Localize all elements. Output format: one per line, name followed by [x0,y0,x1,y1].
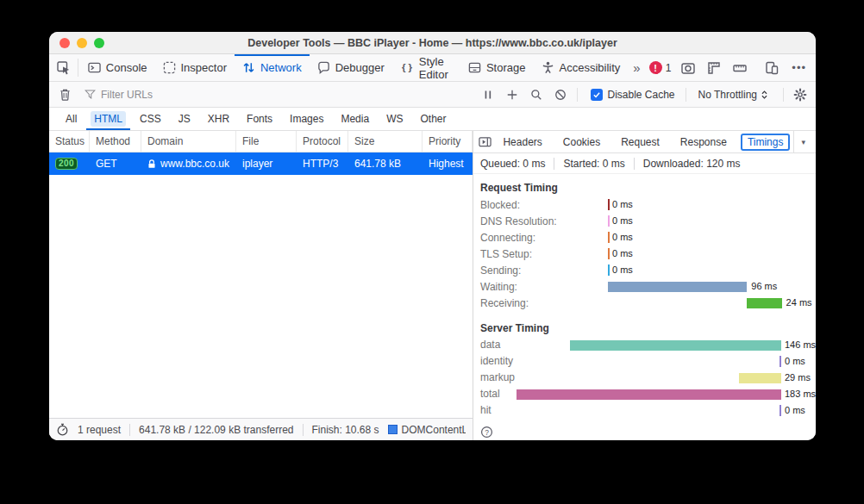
timing-label: Blocked: [480,199,608,211]
column-header-domain[interactable]: Domain [141,131,236,152]
server-timing-value: 29 ms [785,372,811,383]
checkbox-checked-icon [591,89,603,101]
overflow-chevron-icon[interactable]: » [628,60,643,75]
timing-chart: 0 ms [608,196,809,213]
timing-value: 0 ms [612,232,633,242]
filter-tab-fonts[interactable]: Fonts [239,108,280,130]
timing-value: 24 ms [786,297,812,308]
request-list-pane: StatusMethodDomainFileProtocolSizePriori… [49,131,473,440]
timing-row: DNS Resolution:0 ms [480,213,809,229]
meatball-menu-button[interactable]: ••• [786,61,812,74]
timing-label: Sending: [480,264,608,277]
rulers-icon [707,61,721,75]
request-row[interactable]: 200GETwww.bbc.co.ukiplayerHTTP/3641.78 k… [49,152,473,175]
toolbox-toolbar: ConsoleInspectorNetworkDebugger{ }Style … [49,54,816,82]
measuring-tool-icon [733,61,747,75]
pick-element-button[interactable] [53,54,76,81]
filter-tab-all[interactable]: All [58,108,85,130]
toolbox-tabs: ConsoleInspectorNetworkDebugger{ }Style … [80,54,629,81]
clear-requests-button[interactable] [54,84,75,105]
filter-tab-ws[interactable]: WS [379,108,410,130]
filter-tab-label: Media [341,113,369,125]
timing-bar [608,282,747,292]
request-table-header: StatusMethodDomainFileProtocolSizePriori… [49,131,473,152]
timing-bar [608,248,610,259]
minimize-button[interactable] [77,38,87,48]
pause-icon [483,90,493,100]
filter-tab-images[interactable]: Images [282,108,331,130]
timing-chart: 0 ms [608,246,809,262]
timings-panel: Request TimingBlocked:0 msDNS Resolution… [473,174,816,440]
transferred-size: 641.78 kB / 122.09 kB transferred [139,424,293,436]
timing-chart: 96 ms [608,278,809,295]
cell-file: iplayer [236,152,297,175]
filter-url-area [79,89,478,101]
all-tabs-caret-button[interactable]: ▾ [793,131,812,152]
toolbox-tab-network[interactable]: Network [235,54,310,81]
timing-label: DNS Resolution: [480,215,608,227]
toolbox-tab-console[interactable]: Console [80,54,155,81]
filter-tab-other[interactable]: Other [412,108,454,130]
close-split-button[interactable] [477,135,492,148]
timing-label: Connecting: [480,232,608,244]
toolbox-tab-style-editor[interactable]: { }Style Editor [392,54,460,81]
toolbox-tab-label: Style Editor [419,55,453,81]
filter-tab-js[interactable]: JS [171,108,198,130]
request-table-empty-area [49,175,473,418]
toolbox-tab-debugger[interactable]: Debugger [310,54,392,81]
details-tab-timings[interactable]: Timings [741,134,791,151]
network-statusbar: 1 request 641.78 kB / 122.09 kB transfer… [49,418,473,440]
server-timing-value: 0 ms [785,405,805,415]
help-button[interactable]: ? [480,426,809,440]
cell-status: 200 [49,152,90,175]
toolbox-tab-accessibility[interactable]: Accessibility [534,54,629,81]
column-header-priority[interactable]: Priority [423,131,473,152]
details-tab-response[interactable]: Response [673,134,734,151]
timing-value: 96 ms [751,281,777,291]
toolbox-tab-storage[interactable]: Storage [460,54,534,81]
close-button[interactable] [59,38,70,48]
rulers-button[interactable] [702,61,726,75]
details-tab-headers[interactable]: Headers [496,134,548,151]
screenshot-button[interactable] [676,61,700,75]
server-timing-row: data146 ms [480,337,809,353]
column-header-method[interactable]: Method [90,131,141,152]
responsive-design-button[interactable] [760,61,784,75]
column-header-size[interactable]: Size [348,131,423,152]
filter-tab-media[interactable]: Media [333,108,377,130]
filter-tab-label: XHR [208,113,229,125]
filter-tab-xhr[interactable]: XHR [200,108,237,130]
har-settings-button[interactable] [790,84,811,105]
new-request-button[interactable] [502,84,523,105]
disable-cache-label: Disable Cache [607,89,674,101]
column-header-status[interactable]: Status [49,131,90,152]
timing-row: Waiting:96 ms [480,278,809,295]
column-header-file[interactable]: File [236,131,297,152]
column-header-protocol[interactable]: Protocol [297,131,348,152]
server-timing-bar [779,356,781,367]
disable-cache-checkbox[interactable]: Disable Cache [584,89,681,101]
filter-tab-label: HTML [91,111,126,127]
toolbox-tab-label: Storage [486,61,526,74]
filter-tab-label: Other [420,113,446,125]
gear-icon [793,88,807,102]
filter-tab-html[interactable]: HTML [86,108,130,130]
pause-recording-button[interactable] [478,84,498,105]
window-title: Developer Tools — BBC iPlayer - Home — h… [49,37,816,49]
toolbox-tab-label: Accessibility [560,61,621,74]
filter-tab-css[interactable]: CSS [132,108,169,130]
throttling-select[interactable]: No Throttling [690,89,777,101]
details-tab-cookies[interactable]: Cookies [556,134,607,151]
filter-urls-input[interactable] [101,89,478,101]
block-requests-button[interactable] [550,84,571,105]
toolbox-tab-inspector[interactable]: Inspector [155,54,235,81]
measure-button[interactable] [728,61,752,75]
throttling-value: No Throttling [698,89,757,101]
funnel-icon [85,89,96,100]
timing-summary-item: Queued: 0 ms [480,158,554,170]
style-editor-icon: { } [400,61,414,74]
error-count-button[interactable]: ! 1 [646,61,675,74]
search-button[interactable] [526,84,547,105]
zoom-button[interactable] [94,38,104,48]
details-tab-request[interactable]: Request [614,134,667,151]
